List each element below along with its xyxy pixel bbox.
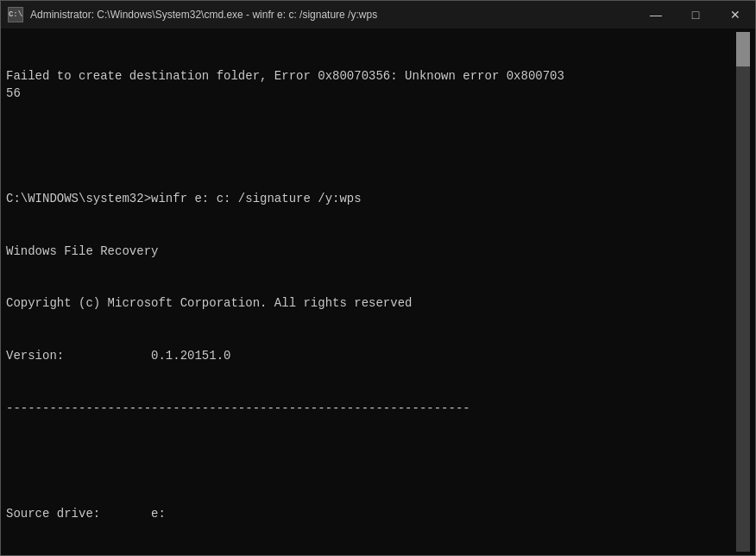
scrollbar[interactable]	[736, 32, 750, 552]
window-controls: — □ ✕	[636, 1, 755, 28]
line-divider: ----------------------------------------…	[6, 400, 736, 417]
line-app-name: Windows File Recovery	[6, 243, 736, 260]
close-button[interactable]: ✕	[715, 1, 755, 28]
cmd-window: C:\ Administrator: C:\Windows\System32\c…	[0, 0, 756, 556]
title-bar: C:\ Administrator: C:\Windows\System32\c…	[1, 1, 755, 28]
terminal-body[interactable]: Failed to create destination folder, Err…	[1, 28, 755, 555]
line-version: Version: 0.1.20151.0	[6, 347, 736, 364]
maximize-button[interactable]: □	[676, 1, 715, 28]
cmd-icon: C:\	[8, 7, 23, 22]
line-error: Failed to create destination folder, Err…	[6, 67, 736, 103]
minimize-button[interactable]: —	[636, 1, 676, 28]
terminal-content: Failed to create destination folder, Err…	[6, 32, 736, 552]
terminal-output: Failed to create destination folder, Err…	[6, 32, 736, 552]
line-command: C:\WINDOWS\system32>winfr e: c: /signatu…	[6, 190, 736, 207]
line-copyright: Copyright (c) Microsoft Corporation. All…	[6, 294, 736, 312]
line-source: Source drive: e:	[6, 505, 736, 522]
scrollbar-thumb[interactable]	[736, 32, 750, 66]
